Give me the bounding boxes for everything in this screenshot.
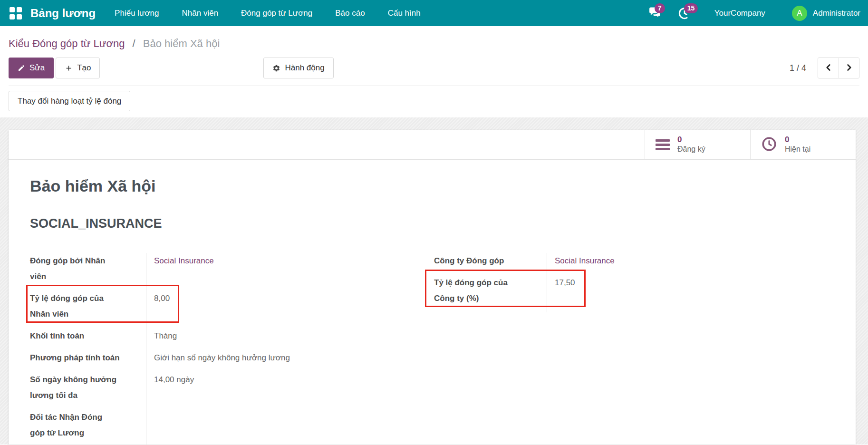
record-sheet: 0 Đăng ký 0 Hiện tại Bảo hiểm Xã hội bbox=[9, 130, 856, 445]
menu-item-bao-cao[interactable]: Báo cáo bbox=[324, 0, 376, 26]
breadcrumb-separator: / bbox=[133, 38, 135, 49]
pager: 1 / 4 bbox=[790, 58, 859, 78]
stat-button-row: 0 Đăng ký 0 Hiện tại bbox=[9, 130, 856, 160]
activities-button[interactable]: 15 bbox=[676, 5, 693, 21]
field-row-company-contribution: Công ty Đóng góp Social Insurance bbox=[434, 253, 834, 275]
field-value bbox=[146, 409, 344, 445]
field-label: Số ngày không hưởng lương tối đa bbox=[30, 372, 146, 409]
stat-label: Đăng ký bbox=[677, 145, 705, 154]
statusbar: Thay đổi hàng loạt tỷ lệ đóng bbox=[9, 86, 859, 117]
field-row-company-rate: Tỷ lệ đóng góp của Công ty (%) 17,50 bbox=[434, 275, 834, 312]
avatar: A bbox=[792, 6, 807, 21]
field-row-employee-rate: Tỷ lệ đóng góp của Nhân viên 8,00 bbox=[30, 290, 344, 328]
pager-counter: 1 / 4 bbox=[790, 63, 806, 73]
messages-badge: 7 bbox=[655, 3, 665, 13]
batch-update-button[interactable]: Thay đổi hàng loạt tỷ lệ đóng bbox=[9, 91, 130, 111]
field-row-max-unpaid-days: Số ngày không hưởng lương tối đa 14,00 n… bbox=[30, 372, 344, 409]
field-row-contribution-partner: Đối tác Nhận Đóng góp từ Lương bbox=[30, 409, 344, 445]
record-title: Bảo hiểm Xã hội bbox=[30, 176, 834, 196]
stat-button-registrations[interactable]: 0 Đăng ký bbox=[645, 130, 750, 159]
edit-button[interactable]: Sửa bbox=[9, 58, 54, 78]
messages-button[interactable]: 7 bbox=[647, 5, 663, 21]
record-code: SOCIAL_INSURANCE bbox=[30, 215, 834, 232]
field-value: 14,00 ngày bbox=[146, 372, 344, 409]
create-button[interactable]: Tạo bbox=[56, 58, 100, 78]
field-row-computation-method: Phương pháp tính toán Giới hạn số ngày k… bbox=[30, 350, 344, 372]
company-switcher[interactable]: YourCompany bbox=[714, 9, 765, 18]
pager-previous-button[interactable] bbox=[818, 58, 839, 78]
create-button-label: Tạo bbox=[77, 63, 91, 73]
field-groups: Đóng góp bởi Nhân viên Social Insurance … bbox=[30, 253, 834, 445]
menu-item-phieu-luong[interactable]: Phiếu lương bbox=[103, 0, 170, 26]
field-label: Đóng góp bởi Nhân viên bbox=[30, 253, 146, 290]
action-menu-label: Hành động bbox=[285, 63, 324, 73]
breadcrumb-parent-link[interactable]: Kiểu Đóng góp từ Lương bbox=[9, 38, 125, 49]
control-panel: Kiểu Đóng góp từ Lương / Bảo hiểm Xã hội… bbox=[0, 26, 868, 117]
field-value: 17,50 bbox=[547, 275, 834, 312]
breadcrumb-current: Bảo hiểm Xã hội bbox=[143, 38, 220, 49]
field-value: Giới hạn số ngày không hưởng lương bbox=[146, 350, 344, 372]
field-value-link[interactable]: Social Insurance bbox=[146, 253, 344, 290]
field-label: Tỷ lệ đóng góp của Công ty (%) bbox=[434, 275, 547, 312]
chevron-right-icon bbox=[844, 62, 854, 74]
menu-item-cau-hinh[interactable]: Cấu hình bbox=[376, 0, 432, 26]
pencil-icon bbox=[18, 64, 25, 72]
apps-menu-button[interactable] bbox=[8, 5, 24, 21]
chevron-left-icon bbox=[823, 62, 834, 74]
breadcrumb: Kiểu Đóng góp từ Lương / Bảo hiểm Xã hội bbox=[9, 26, 859, 50]
sheet-content: Bảo hiểm Xã hội SOCIAL_INSURANCE Đóng gó… bbox=[9, 176, 856, 445]
stat-value: 0 bbox=[785, 135, 810, 145]
field-group-right: Công ty Đóng góp Social Insurance Tỷ lệ … bbox=[434, 253, 834, 312]
field-label: Phương pháp tính toán bbox=[30, 350, 146, 372]
pager-buttons bbox=[818, 58, 859, 78]
menu-item-dong-gop-tu-luong[interactable]: Đóng góp từ Lương bbox=[230, 0, 324, 26]
field-label: Đối tác Nhận Đóng góp từ Lương bbox=[30, 409, 146, 445]
user-name: Administrator bbox=[813, 9, 860, 18]
field-row-computation-block: Khối tính toán Tháng bbox=[30, 328, 344, 350]
apps-grid-icon bbox=[10, 7, 22, 19]
top-navbar: Bảng lương Phiếu lương Nhân viên Đóng gó… bbox=[0, 0, 868, 26]
action-menu-button[interactable]: Hành động bbox=[263, 58, 333, 78]
field-value: Tháng bbox=[146, 328, 344, 350]
list-bars-icon bbox=[656, 139, 670, 150]
stat-label: Hiện tại bbox=[785, 145, 810, 154]
field-label: Công ty Đóng góp bbox=[434, 253, 547, 275]
stat-button-current[interactable]: 0 Hiện tại bbox=[750, 130, 856, 159]
stat-value: 0 bbox=[677, 135, 705, 145]
field-label: Tỷ lệ đóng góp của Nhân viên bbox=[30, 290, 146, 328]
navbar-systray: 7 15 YourCompany A Administrator bbox=[647, 5, 860, 21]
plus-icon bbox=[65, 64, 73, 72]
user-menu[interactable]: A Administrator bbox=[792, 6, 860, 21]
control-panel-buttons: Sửa Tạo Hành động 1 / 4 bbox=[9, 58, 859, 78]
pager-next-button[interactable] bbox=[839, 58, 859, 78]
edit-button-label: Sửa bbox=[29, 63, 45, 73]
field-value-link[interactable]: Social Insurance bbox=[547, 253, 834, 275]
main-menu: Phiếu lương Nhân viên Đóng góp từ Lương … bbox=[103, 0, 432, 26]
field-value: 8,00 bbox=[146, 290, 344, 328]
form-view-background: 0 Đăng ký 0 Hiện tại Bảo hiểm Xã hội bbox=[0, 117, 868, 445]
app-title[interactable]: Bảng lương bbox=[30, 7, 96, 20]
gear-icon bbox=[272, 64, 280, 72]
field-group-left: Đóng góp bởi Nhân viên Social Insurance … bbox=[30, 253, 344, 445]
field-label: Khối tính toán bbox=[30, 328, 146, 350]
activities-badge: 15 bbox=[684, 3, 698, 13]
field-row-employee-contribution: Đóng góp bởi Nhân viên Social Insurance bbox=[30, 253, 344, 290]
clock-icon bbox=[761, 136, 777, 154]
menu-item-nhan-vien[interactable]: Nhân viên bbox=[171, 0, 230, 26]
